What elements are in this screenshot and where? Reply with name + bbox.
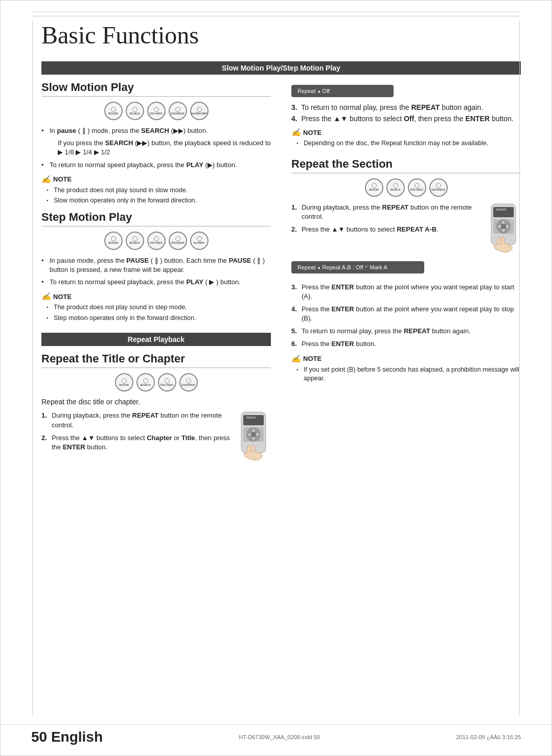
rs-disc-bdrom: BD-ROM xyxy=(365,178,383,197)
step-motion-disc-icons: BD-ROM BD-RE/-R DVD-VIDEO DVD±RW/±R DivX… xyxy=(41,232,271,250)
page-number: 50 English xyxy=(31,729,103,745)
repeat-disc-bdrer: BD-RE/-R xyxy=(136,373,155,392)
step-disc-icon-divx: DivX/MKV xyxy=(190,232,209,250)
step-bullet-2: To return to normal speed playback, pres… xyxy=(41,278,271,287)
svg-point-15 xyxy=(501,224,506,229)
disc-icon-bdrer: BD-RE/-R xyxy=(126,102,144,120)
step-motion-note-list: The product does not play sound in step … xyxy=(41,303,271,323)
svg-point-5 xyxy=(251,432,256,437)
right-note-item: Depending on the disc, the Repeat functi… xyxy=(296,139,521,148)
step-note-1: The product does not play sound in step … xyxy=(47,303,271,312)
step-note-2: Step motion operates only in the forward… xyxy=(47,314,271,323)
step-disc-icon-dvdrw: DVD±RW/±R xyxy=(169,232,187,250)
rs-step-5: 5. To return to normal play, press the R… xyxy=(291,327,521,336)
section-header-slow-step: Slow Motion Play/Step Motion Play xyxy=(41,61,521,75)
repeat-disc-dvdvideo: DVD-VIDEO xyxy=(158,373,176,392)
step-disc-icon-bdrom: BD-ROM xyxy=(104,232,123,250)
repeat-disc-dvdrw: DVD±RW/±R xyxy=(179,373,198,392)
right-column: Repeat ⬧ Off 3. To return to normal play… xyxy=(291,81,521,465)
step-bullet-1: In pause mode, press the PAUSE ( ‖ ) but… xyxy=(41,256,271,274)
note-icon-4: ✍ xyxy=(291,354,301,363)
screen-display-2: Repeat ⬧ Repeat A-B : Off ↶ Mark A xyxy=(291,261,424,273)
disc-icon-dvdrwpmr: DVD±RW/±R xyxy=(169,102,187,120)
slow-motion-note: ✍ NOTE The product does not play sound i… xyxy=(41,175,271,205)
right-note-2: ✍ NOTE If you set point (B) before 5 sec… xyxy=(291,354,521,383)
left-column: Slow Motion Play BD-ROM BD-RE/-R DVD-VID… xyxy=(41,81,271,465)
step-disc-icon-bdrer: BD-RE/-R xyxy=(126,232,144,250)
footer-timestamp: 2011-02-09 ¿ÀÀû 3:16:25 xyxy=(456,734,521,740)
note-icon-2: ✍ xyxy=(41,292,51,301)
repeat-section-steps-list-2: 3. Press the ENTER button at the point w… xyxy=(291,283,521,349)
rs-step-3: 3. Press the ENTER button at the point w… xyxy=(291,283,521,301)
right-note2-item: If you set point (B) before 5 seconds ha… xyxy=(296,365,521,383)
slow-bullet-2: To return to normal speed playback, pres… xyxy=(41,161,271,170)
page-title: Basic Functions xyxy=(41,21,521,49)
rs-disc-dvdvideo: DVD-VIDEO xyxy=(408,178,426,197)
repeat-section-disc-icons: BD-ROM BD-RE/-R DVD-VIDEO DVD±RW/±R xyxy=(291,178,521,197)
repeat-section-steps-container: REPEAT 1. xyxy=(291,203,521,257)
slow-motion-note-list: The product does not play sound in slow … xyxy=(41,186,271,205)
rs-disc-bdrer: BD-RE/-R xyxy=(386,178,405,197)
slow-bullet-1: In pause ( ‖ ) mode, press the SEARCH (▶… xyxy=(41,126,271,157)
right-note2-list: If you set point (B) before 5 seconds ha… xyxy=(291,365,521,383)
repeat-step-2: 2. Press the ▲▼ buttons to select Chapte… xyxy=(41,433,231,452)
step-motion-bullets: In pause mode, press the PAUSE ( ‖ ) but… xyxy=(41,256,271,287)
screen-display-1: Repeat ⬧ Off xyxy=(291,85,394,97)
slow-note-2: Slow motion operates only in the forward… xyxy=(47,196,271,205)
right-note-title: ✍ NOTE xyxy=(291,128,521,137)
svg-text:REPEAT: REPEAT xyxy=(246,416,257,419)
step-motion-title: Step Motion Play xyxy=(41,211,271,226)
repeat-steps-container: REPEAT xyxy=(41,411,271,465)
remote-control-image-2: REPEAT xyxy=(486,203,521,254)
slow-motion-note-title: ✍ NOTE xyxy=(41,175,271,184)
right-step-3: 3. To return to normal play, press the R… xyxy=(291,103,521,111)
right-step-4: 4. Press the ▲▼ buttons to select Off, t… xyxy=(291,114,521,123)
step-motion-note-title: ✍ NOTE xyxy=(41,292,271,301)
repeat-intro: Repeat the disc title or chapter. xyxy=(41,398,271,406)
repeat-title-chapter-heading: Repeat the Title or Chapter xyxy=(41,352,271,368)
disc-icon-bdrom: BD-ROM xyxy=(104,102,123,120)
step-disc-icon-dvdvideo: DVD-VIDEO xyxy=(147,232,166,250)
section-header-repeat: Repeat Playback xyxy=(41,333,271,346)
repeat-section-title: Repeat the Section xyxy=(291,157,521,173)
rs-step-4: 4. Press the ENTER button at the point w… xyxy=(291,305,521,323)
rs-step-2: 2. Press the ▲▼ buttons to select REPEAT… xyxy=(291,225,481,234)
rs-step-1: 1. During playback, press the REPEAT but… xyxy=(291,203,481,221)
rs-step-6: 6. Press the ENTER button. xyxy=(291,339,521,349)
disc-icon-dvdvideo: DVD-VIDEO xyxy=(147,102,166,120)
repeat-step-1: 1. During playback, press the REPEAT but… xyxy=(41,411,231,429)
footer-filename: HT-D6730W_XAA_0208.indd 50 xyxy=(239,734,320,740)
repeat-title-disc-icons: BD-ROM BD-RE/-R DVD-VIDEO DVD±RW/±R xyxy=(41,373,271,392)
right-note-1: ✍ NOTE Depending on the disc, the Repeat… xyxy=(291,128,521,148)
slow-motion-disc-icons: BD-ROM BD-RE/-R DVD-VIDEO DVD±RW/±R DivX… xyxy=(41,102,271,120)
slow-note-1: The product does not play sound in slow … xyxy=(47,186,271,195)
slow-motion-title: Slow Motion Play xyxy=(41,81,271,97)
note-icon: ✍ xyxy=(41,175,51,184)
svg-text:REPEAT: REPEAT xyxy=(496,208,507,211)
repeat-disc-bdrom: BD-ROM xyxy=(115,373,133,392)
rs-disc-dvdrw: DVD±RW/±R xyxy=(429,178,448,197)
right-note-list: Depending on the disc, the Repeat functi… xyxy=(291,139,521,148)
note-icon-3: ✍ xyxy=(291,128,301,137)
step-motion-note: ✍ NOTE The product does not play sound i… xyxy=(41,292,271,323)
right-note2-title: ✍ NOTE xyxy=(291,354,521,363)
remote-control-image: REPEAT xyxy=(236,411,271,462)
slow-motion-bullets: In pause ( ‖ ) mode, press the SEARCH (▶… xyxy=(41,126,271,170)
disc-icon-divx: DivX/MKV/MP4 xyxy=(190,102,209,120)
page-footer: 50 English HT-D6730W_XAA_0208.indd 50 20… xyxy=(1,724,551,745)
